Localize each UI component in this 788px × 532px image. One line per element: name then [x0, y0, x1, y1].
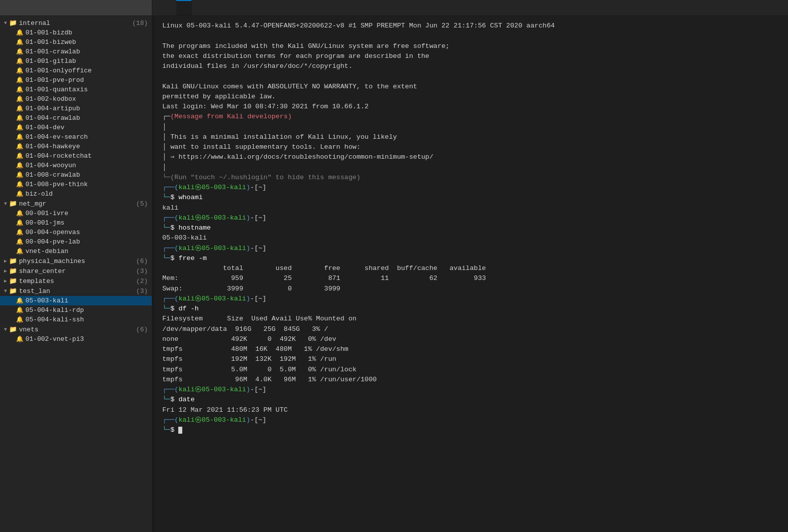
terminal-area[interactable]: Linux 05-003-kali 5.4.47-OPENFANS+202006…: [154, 16, 788, 532]
sidebar-group-header-templates[interactable]: ▶📁templates (2): [0, 276, 152, 286]
sidebar-item-05-004-kali-ssh[interactable]: 🔔05-004-kali-ssh: [0, 315, 152, 324]
sidebar-item-05-004-kali-rdp[interactable]: 🔔05-004-kali-rdp: [0, 305, 152, 315]
sidebar-item-biz-old[interactable]: 🔔biz-old: [0, 189, 152, 199]
sidebar-item-00-004-pve-lab[interactable]: 🔔00-004-pve-lab: [0, 237, 152, 247]
item-label: 01-004-rocketchat: [25, 152, 92, 160]
machine-icon: 🔔: [16, 316, 23, 323]
item-label: 05-004-kali-ssh: [25, 316, 84, 323]
sidebar-group-header-internal[interactable]: ▼📁internal (18): [0, 18, 152, 28]
sidebar-item-01-008-crawlab[interactable]: 🔔01-008-crawlab: [0, 170, 152, 180]
sidebar-group-test_lan: ▼📁test_lan (3)🔔05-003-kali🔔05-004-kali-r…: [0, 286, 152, 324]
sidebar-item-05-003-kali[interactable]: 🔔05-003-kali: [0, 296, 152, 305]
sidebar-item-01-008-pve-think[interactable]: 🔔01-008-pve-think: [0, 180, 152, 189]
terminal-output-line: kali: [162, 203, 780, 213]
main-layout: ▼📁internal (18)🔔01-001-bizdb🔔01-001-bizw…: [0, 16, 788, 532]
sidebar-item-01-004-crawlab[interactable]: 🔔01-004-crawlab: [0, 113, 152, 123]
terminal-cmd-line: └─$ whoami: [162, 193, 780, 203]
group-label: physical_machines: [19, 258, 134, 265]
sidebar-group-internal: ▼📁internal (18)🔔01-001-bizdb🔔01-001-bizw…: [0, 18, 152, 199]
sidebar-item-01-001-bizweb[interactable]: 🔔01-001-bizweb: [0, 37, 152, 47]
arrow-icon: ▼: [4, 327, 7, 332]
sidebar-item-01-002-kodbox[interactable]: 🔔01-002-kodbox: [0, 94, 152, 104]
machine-icon: 🔔: [16, 171, 23, 179]
terminal-message-line: │ ⇒ https://www.kali.org/docs/troublesho…: [162, 152, 780, 162]
terminal-df-row: tmpfs 5.0M 0 5.0M 0% /run/lock: [162, 365, 780, 375]
item-label: 01-002-kodbox: [25, 95, 76, 103]
sidebar-item-01-004-hawkeye[interactable]: 🔔01-004-hawkeye: [0, 142, 152, 151]
terminal-message-line: ┌─(Message from Kali developers): [162, 112, 780, 122]
sidebar-group-vnets: ▼📁vnets (6)🔔01-002-vnet-pi3: [0, 324, 152, 344]
folder-icon: 📁: [9, 200, 17, 208]
terminal-prompt-line: ┌──(kali㉿05-003-kali)-[~]: [162, 294, 780, 304]
arrow-icon: ▼: [4, 288, 7, 294]
sidebar-group-header-test_lan[interactable]: ▼📁test_lan (3): [0, 286, 152, 296]
arrow-icon: ▶: [4, 268, 7, 274]
item-label: 01-001-bizdb: [25, 29, 72, 36]
terminal-tab[interactable]: [176, 0, 192, 15]
sidebar-group-header-share_center[interactable]: ▶📁share_center (3): [0, 266, 152, 276]
sidebar-item-01-004-dev[interactable]: 🔔01-004-dev: [0, 123, 152, 132]
machine-icon: 🔔: [16, 95, 23, 103]
item-label: 01-008-crawlab: [25, 171, 80, 179]
terminal-blank-line: [162, 31, 780, 41]
search-input[interactable]: [4, 4, 148, 11]
item-label: 01-002-vnet-pi3: [25, 335, 84, 343]
sidebar-item-01-001-crawlab[interactable]: 🔔01-001-crawlab: [0, 47, 152, 56]
item-label: 01-008-pve-think: [25, 181, 88, 188]
item-label: 01-004-artipub: [25, 105, 80, 112]
sidebar-item-01-004-wooyun[interactable]: 🔔01-004-wooyun: [0, 161, 152, 170]
item-label: 01-001-gitlab: [25, 57, 76, 65]
tab-bar: [152, 0, 788, 15]
machine-icon: 🔔: [16, 152, 23, 160]
search-bar[interactable]: [0, 0, 152, 15]
terminal-prompt-line: ┌──(kali㉿05-003-kali)-[~]: [162, 213, 780, 223]
terminal-output-line: 05-003-kali: [162, 233, 780, 243]
machine-icon: 🔔: [16, 29, 23, 36]
sidebar-group-header-net_mgr[interactable]: ▼📁net_mgr (5): [0, 199, 152, 209]
terminal-message-line: │: [162, 122, 780, 132]
item-label: 01-004-crawlab: [25, 114, 80, 122]
sidebar-item-01-001-pve-prod[interactable]: 🔔01-001-pve-prod: [0, 75, 152, 85]
machine-icon: 🔔: [16, 162, 23, 169]
sidebar-group-header-vnets[interactable]: ▼📁vnets (6): [0, 324, 152, 334]
sidebar-item-vnet-debian[interactable]: 🔔vnet-debian: [0, 247, 152, 256]
terminal-message-line: │ This is a minimal installation of Kali…: [162, 132, 780, 142]
terminal-cursor: [178, 427, 182, 434]
machine-icon: 🔔: [16, 335, 23, 343]
terminal-cmd-line: └─$ free -m: [162, 254, 780, 264]
terminal-prompt-line: ┌──(kali㉿05-003-kali)-[~]: [162, 385, 780, 395]
tab-nav-right[interactable]: [164, 0, 176, 15]
sidebar-item-00-004-openvas[interactable]: 🔔00-004-openvas: [0, 228, 152, 237]
sidebar-item-01-001-onlyoffice[interactable]: 🔔01-001-onlyoffice: [0, 66, 152, 75]
terminal-hint-line: └─(Run "touch ~/.hushlogin" to hide this…: [162, 173, 780, 183]
sidebar-item-01-002-vnet-pi3[interactable]: 🔔01-002-vnet-pi3: [0, 334, 152, 344]
item-label: 00-001-jms: [25, 219, 64, 227]
machine-icon: 🔔: [16, 57, 23, 65]
terminal-blank-line: [162, 71, 780, 81]
terminal-output-line: Last login: Wed Mar 10 08:47:30 2021 fro…: [162, 102, 780, 112]
item-label: 01-004-wooyun: [25, 162, 76, 169]
sidebar-group-header-physical_machines[interactable]: ▶📁physical_machines (6): [0, 256, 152, 266]
item-label: 01-001-crawlab: [25, 48, 80, 55]
top-bar: [0, 0, 788, 16]
terminal-free-swap: Swap: 3999 0 3999: [162, 284, 780, 294]
group-count: (6): [136, 258, 148, 265]
machine-icon: 🔔: [16, 248, 23, 255]
sidebar-item-01-004-artipub[interactable]: 🔔01-004-artipub: [0, 104, 152, 113]
sidebar-item-00-001-jms[interactable]: 🔔00-001-jms: [0, 218, 152, 228]
sidebar-item-01-001-gitlab[interactable]: 🔔01-001-gitlab: [0, 56, 152, 66]
item-label: 01-001-pve-prod: [25, 76, 84, 84]
machine-icon: 🔔: [16, 48, 23, 55]
sidebar-item-01-001-bizdb[interactable]: 🔔01-001-bizdb: [0, 28, 152, 37]
sidebar-item-00-001-ivre[interactable]: 🔔00-001-ivre: [0, 209, 152, 218]
machine-icon: 🔔: [16, 124, 23, 131]
group-count: (2): [136, 277, 148, 285]
group-label: internal: [19, 19, 130, 27]
item-label: 05-003-kali: [25, 297, 68, 304]
sidebar-item-01-004-ev-search[interactable]: 🔔01-004-ev-search: [0, 132, 152, 142]
machine-icon: 🔔: [16, 297, 23, 304]
sidebar-item-01-001-quantaxis[interactable]: 🔔01-001-quantaxis: [0, 85, 152, 94]
sidebar-item-01-004-rocketchat[interactable]: 🔔01-004-rocketchat: [0, 151, 152, 161]
tab-nav-left[interactable]: [152, 0, 164, 15]
terminal-message-line: │ want to install supplementary tools. L…: [162, 142, 780, 152]
